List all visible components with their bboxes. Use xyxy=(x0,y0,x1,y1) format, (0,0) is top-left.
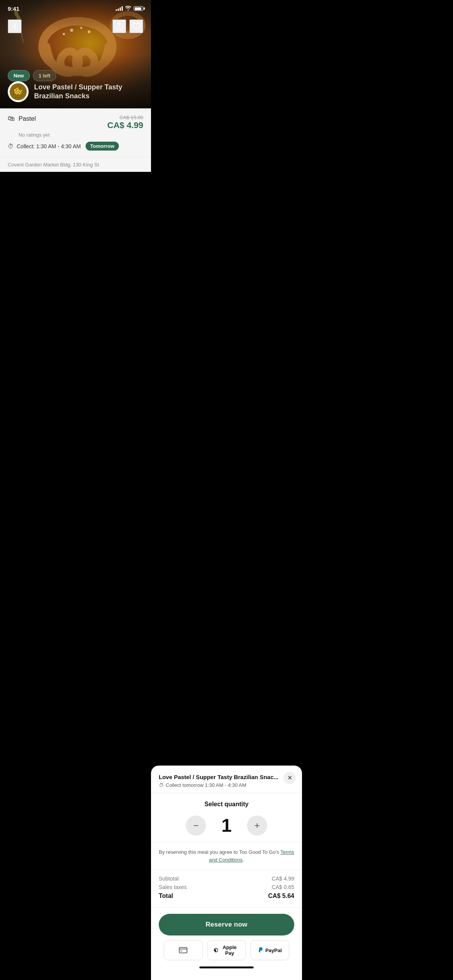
share-button[interactable] xyxy=(112,19,126,33)
restaurant-name: Love Pastel / Supper Tasty Brazilian Sna… xyxy=(34,83,123,101)
signal-icon xyxy=(116,6,123,11)
price-discounted: CA$ 4.99 xyxy=(107,120,143,130)
left-tag: 1 left xyxy=(33,70,56,81)
product-info: 🛍 Pastel CA$ 15.00 CA$ 4.99 No ratings y… xyxy=(0,108,151,157)
battery-icon xyxy=(134,6,143,11)
address-text: Covent Garden Market Bldg, 130 King St xyxy=(8,162,99,168)
wifi-icon xyxy=(125,6,131,12)
hero-tags: New 1 left xyxy=(8,70,56,81)
hero-nav xyxy=(0,19,151,33)
price-original: CA$ 15.00 xyxy=(107,115,143,120)
address-strip: Covent Garden Market Bldg, 130 King St xyxy=(0,157,151,172)
clock-icon: ⏱ xyxy=(8,143,14,149)
status-bar: 9:41 xyxy=(0,0,151,17)
status-time: 9:41 xyxy=(8,5,19,12)
collect-time: Collect: 1:30 AM - 4:30 AM xyxy=(17,143,81,149)
back-button[interactable] xyxy=(8,19,22,33)
bag-icon: 🛍 xyxy=(8,115,15,123)
tomorrow-badge: Tomorrow xyxy=(86,142,119,151)
rating-text: No ratings yet xyxy=(19,132,143,138)
product-name: Pastel xyxy=(19,115,36,122)
hero-section: 9:41 xyxy=(0,0,151,108)
restaurant-logo xyxy=(8,81,29,102)
new-tag: New xyxy=(8,70,30,81)
status-icons xyxy=(116,6,143,12)
hero-restaurant: Love Pastel / Supper Tasty Brazilian Sna… xyxy=(8,81,123,102)
favorite-button[interactable] xyxy=(129,19,143,33)
